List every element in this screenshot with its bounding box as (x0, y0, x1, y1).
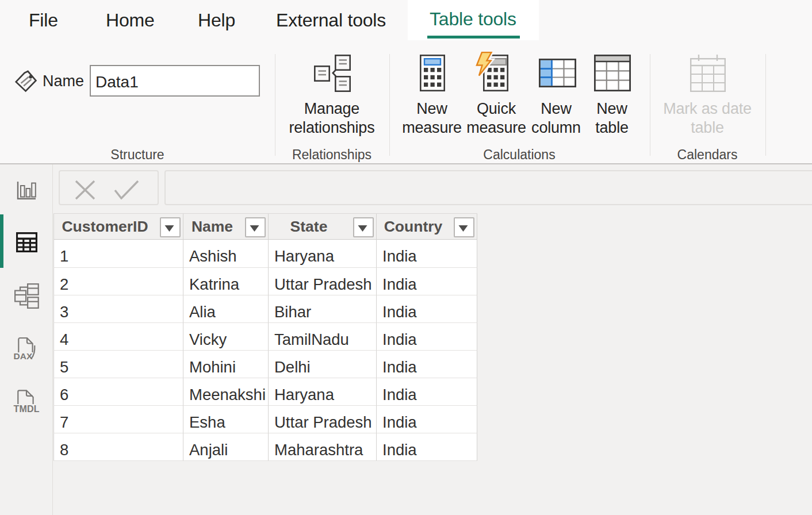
svg-text:DAX: DAX (14, 351, 33, 361)
svg-text:TMDL: TMDL (14, 404, 40, 413)
